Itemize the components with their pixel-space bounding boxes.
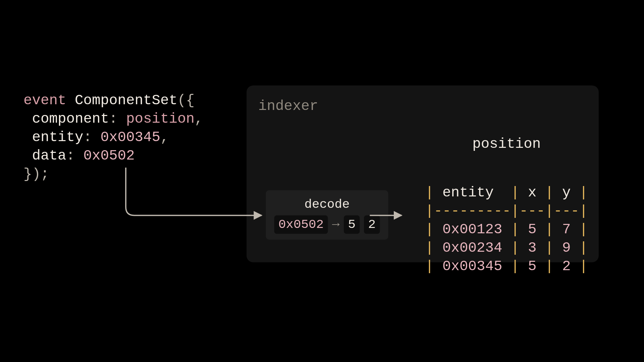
decode-title: decode xyxy=(274,196,380,213)
r2-x: 5 xyxy=(528,258,537,275)
r0-x: 5 xyxy=(528,222,537,238)
th-x: x xyxy=(528,185,537,201)
val-data: 0x0502 xyxy=(84,148,135,164)
open-brace: ({ xyxy=(177,93,195,109)
val-component: position xyxy=(126,111,195,127)
key-component: component xyxy=(32,111,109,127)
th-entity: entity xyxy=(442,185,494,201)
key-entity: entity xyxy=(32,129,84,145)
r1-y: 9 xyxy=(562,240,571,256)
decode-row: 0x0502 → 5 2 xyxy=(274,216,380,234)
r0-entity: 0x00123 xyxy=(442,222,502,238)
th-y: y xyxy=(562,185,571,201)
r0-y: 7 xyxy=(562,222,571,238)
r2-y: 2 xyxy=(562,258,571,275)
r2-entity: 0x00345 xyxy=(442,258,502,275)
decode-out2: 2 xyxy=(364,216,380,234)
kw-event: event xyxy=(23,93,66,109)
val-entity: 0x00345 xyxy=(101,129,161,145)
fn-name: ComponentSet xyxy=(75,93,177,109)
position-table: position | entity | x | y | |---------|-… xyxy=(425,98,588,294)
r1-x: 3 xyxy=(528,240,537,256)
decode-box: decode 0x0502 → 5 2 xyxy=(266,190,388,240)
panel-title: indexer xyxy=(258,98,318,114)
decode-raw: 0x0502 xyxy=(274,216,328,234)
r1-entity: 0x00234 xyxy=(442,240,502,256)
key-data: data xyxy=(32,148,66,164)
table-title: position xyxy=(425,135,588,154)
event-code: event ComponentSet({ component: position… xyxy=(23,73,203,184)
decode-arrow-icon: → xyxy=(332,216,340,233)
decode-out1: 5 xyxy=(344,216,360,234)
close-brace: }); xyxy=(23,166,49,182)
